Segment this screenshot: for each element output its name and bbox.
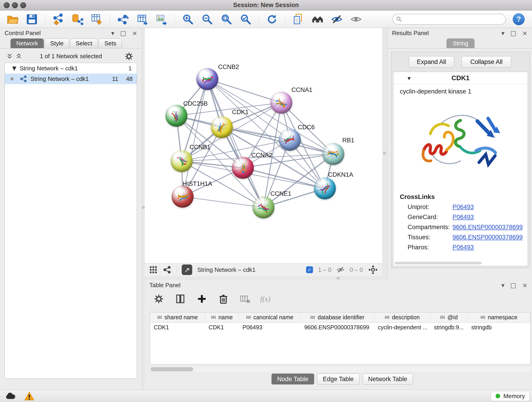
network-edge[interactable] — [177, 116, 290, 140]
tab-edge-table[interactable]: Edge Table — [317, 374, 360, 385]
tab-sets[interactable]: Sets — [99, 38, 122, 48]
network-node-rb1[interactable] — [322, 143, 344, 165]
network-row-selected[interactable]: String Network – cdk1 11 48 — [5, 74, 137, 84]
network-node-ccnb2[interactable] — [196, 68, 218, 90]
birds-eye-view-icon[interactable] — [368, 265, 378, 275]
panel-close-icon[interactable]: × — [132, 30, 137, 36]
network-node-ccne1[interactable] — [253, 196, 274, 218]
panel-menu-icon[interactable]: ▾ — [501, 30, 505, 36]
panel-float-icon[interactable]: □ — [510, 282, 516, 288]
scrollbar-thumb[interactable] — [151, 367, 193, 371]
column-header-name[interactable]: name — [205, 313, 239, 322]
network-node-ccna2[interactable] — [232, 157, 254, 179]
table-settings-gear-icon[interactable] — [152, 293, 165, 305]
bottom-splitter-handle[interactable] — [337, 277, 340, 280]
expand-all-button[interactable]: Expand All — [409, 56, 454, 68]
right-splitter-handle[interactable] — [383, 152, 386, 154]
panel-menu-icon[interactable]: ▾ — [501, 282, 505, 288]
add-column-icon[interactable] — [196, 293, 208, 305]
network-edge[interactable] — [183, 79, 207, 197]
tab-network-table[interactable]: Network Table — [362, 374, 413, 385]
new-network-icon[interactable] — [117, 13, 129, 26]
pharos-link[interactable]: P06493 — [452, 244, 474, 251]
network-node-cdk1[interactable] — [211, 116, 233, 138]
panel-menu-icon[interactable]: ▾ — [111, 30, 114, 36]
column-header-shared-name[interactable]: shared name — [150, 313, 205, 322]
network-node-ccna1[interactable] — [270, 92, 292, 114]
home-icon[interactable] — [311, 13, 324, 26]
grid-view-icon[interactable] — [149, 265, 158, 274]
panel-close-icon[interactable]: × — [522, 30, 527, 36]
table-horizontal-scrollbar[interactable] — [150, 367, 531, 372]
help-button[interactable]: ? — [513, 13, 525, 25]
tissues-link[interactable]: 9606.ENSP00000378699 — [452, 234, 523, 241]
network-canvas[interactable]: CCNB2CCNA1CDC25BCDK1CDC6RB1CCNB1CCNA2CDK… — [145, 28, 382, 263]
column-header-namespace[interactable]: namespace — [468, 313, 530, 322]
genecard-link[interactable]: P06493 — [452, 214, 474, 221]
cloud-status-icon[interactable] — [4, 391, 17, 401]
network-node-cdc6[interactable] — [279, 129, 301, 151]
network-view-icon[interactable] — [163, 265, 171, 274]
zoom-fit-icon[interactable] — [220, 13, 233, 26]
network-node-cdkn1a[interactable] — [314, 177, 336, 199]
show-graphics-details-icon[interactable] — [350, 13, 362, 26]
network-node-ccnb1[interactable] — [171, 150, 193, 172]
selected-checkbox-icon[interactable]: ✓ — [306, 266, 313, 273]
tree-caret-icon[interactable]: ▼ — [12, 65, 16, 71]
open-session-icon[interactable] — [6, 13, 19, 26]
column-header-database-identifier[interactable]: database identifier — [301, 313, 374, 322]
collapse-all-button[interactable]: Collapse All — [462, 56, 511, 68]
network-collection-row[interactable]: ▼ String Network – cdk1 1 — [5, 63, 137, 74]
column-header-canonical-name[interactable]: canonical name — [239, 313, 301, 322]
tab-network[interactable]: Network — [11, 38, 44, 48]
main-toolbar: ? — [0, 11, 532, 28]
column-header-id[interactable]: @id — [430, 313, 468, 322]
panel-float-icon[interactable]: □ — [120, 30, 126, 36]
save-session-icon[interactable] — [26, 13, 38, 26]
panel-close-icon[interactable]: × — [522, 282, 527, 288]
uniprot-link[interactable]: P06493 — [452, 204, 474, 211]
window-close-button[interactable] — [4, 2, 10, 8]
delete-column-icon[interactable] — [217, 293, 230, 305]
detach-view-icon[interactable]: ↗ — [182, 264, 192, 275]
copy-document-icon[interactable] — [292, 13, 304, 26]
memory-button[interactable]: Memory — [491, 391, 530, 401]
compartments-link[interactable]: 9606.ENSP00000378699 — [452, 224, 523, 231]
hidden-eye-icon[interactable] — [336, 266, 345, 274]
network-edge[interactable] — [207, 79, 333, 154]
warning-icon[interactable] — [23, 391, 36, 401]
search-input[interactable] — [392, 14, 506, 25]
import-network-from-file-icon[interactable] — [52, 13, 64, 26]
network-options-gear-icon[interactable] — [124, 52, 133, 61]
window-minimize-button[interactable] — [12, 2, 18, 8]
import-table-from-file-icon[interactable] — [90, 13, 103, 26]
collapse-card-caret-icon[interactable]: ▾ — [408, 75, 411, 82]
table-row[interactable]: CDK1CDK1P064939606.ENSP00000378699cyclin… — [150, 322, 530, 332]
function-builder-icon[interactable]: f(x) — [260, 295, 270, 303]
tab-node-table[interactable]: Node Table — [272, 374, 314, 385]
hide-selected-icon[interactable] — [331, 13, 343, 26]
tab-string[interactable]: String — [447, 38, 475, 48]
import-network-from-database-icon[interactable] — [71, 13, 84, 26]
left-splitter-handle[interactable] — [142, 206, 145, 209]
zoom-out-icon[interactable] — [201, 13, 213, 26]
column-header-description[interactable]: description — [374, 313, 430, 322]
network-edge[interactable] — [207, 79, 264, 207]
network-edge[interactable] — [183, 197, 264, 207]
network-node-hist1h1a[interactable] — [172, 186, 194, 208]
crosslink-row: Tissues:9606.ENSP00000378699 — [408, 234, 528, 241]
refresh-icon[interactable] — [266, 13, 278, 26]
show-columns-icon[interactable] — [174, 293, 186, 305]
network-edge[interactable] — [207, 79, 281, 103]
zoom-in-icon[interactable] — [182, 13, 194, 26]
network-node-cdc25b[interactable] — [165, 105, 187, 127]
new-table-icon[interactable] — [136, 13, 148, 26]
card-scrollbar[interactable] — [395, 262, 482, 264]
tab-style[interactable]: Style — [44, 38, 69, 48]
export-image-icon[interactable] — [155, 13, 168, 26]
zoom-selected-icon[interactable] — [239, 13, 252, 26]
window-zoom-button[interactable] — [20, 2, 26, 8]
delete-table-icon[interactable] — [239, 293, 251, 305]
panel-float-icon[interactable]: □ — [510, 30, 516, 36]
tab-select[interactable]: Select — [70, 38, 98, 48]
